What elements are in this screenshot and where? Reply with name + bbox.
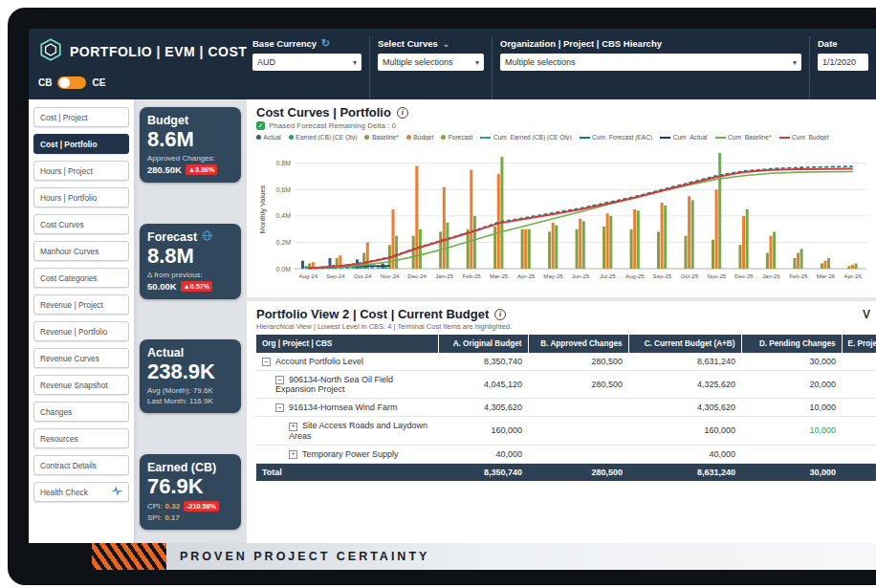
legend-item[interactable]: Budget bbox=[406, 134, 433, 141]
expand-icon[interactable]: + bbox=[289, 450, 297, 459]
info-icon[interactable]: i bbox=[494, 309, 506, 320]
col-pending-changes[interactable]: D. Pending Changes bbox=[741, 335, 842, 353]
sidebar-item-label: Revenue Snapshot bbox=[40, 381, 108, 390]
table-row[interactable]: −906134-North Sea Oil Field Expansion Pr… bbox=[256, 371, 876, 399]
hierarchy-dropdown[interactable]: Multiple selections ▾ bbox=[500, 54, 801, 71]
legend-item[interactable]: Cum_Baseline* bbox=[715, 134, 772, 141]
cell-d: 10,000 bbox=[741, 417, 842, 445]
app-title: PORTFOLIO | EVM | COST bbox=[70, 44, 247, 59]
date-input[interactable]: 1/1/2020 bbox=[818, 54, 868, 71]
legend-item[interactable]: Baseline* bbox=[364, 134, 398, 141]
legend-label: Baseline* bbox=[372, 134, 399, 141]
legend-item[interactable]: Cum_Earned (CB) (CE Qty) bbox=[480, 134, 571, 141]
sidebar-item-label: Revenue | Portfolio bbox=[40, 327, 107, 337]
sidebar-item-contract-details[interactable]: Contract Details bbox=[33, 455, 129, 475]
sync-icon[interactable]: ↻ bbox=[321, 38, 330, 49]
table-row[interactable]: +Temporary Power Supply40,00040,000 bbox=[256, 445, 876, 463]
legend-item[interactable]: Cum_Actual bbox=[660, 134, 707, 141]
table-title: Portfolio View 2 | Cost | Current Budget bbox=[256, 307, 489, 321]
cell-c: 4,325,620 bbox=[628, 371, 741, 399]
window-frame: PORTFOLIO | EVM | COST CB CE Base Curren… bbox=[8, 8, 876, 585]
portfolio-table-section: Portfolio View 2 | Cost | Current Budget… bbox=[247, 301, 876, 543]
base-currency-dropdown[interactable]: AUD ▾ bbox=[252, 54, 361, 71]
collapse-icon[interactable]: − bbox=[275, 376, 284, 384]
sidebar-item-label: Cost Curves bbox=[40, 220, 84, 229]
sidebar-item-revenue-project[interactable]: Revenue | Project bbox=[33, 294, 129, 315]
legend-item[interactable]: Forecast bbox=[441, 134, 472, 141]
kpi-forecast-sub-label: Δ from previous: bbox=[147, 271, 233, 279]
cell-a: 8,350,740 bbox=[438, 353, 528, 371]
svg-text:May-25: May-25 bbox=[543, 272, 563, 279]
svg-text:Dec-25: Dec-25 bbox=[734, 272, 754, 279]
spi-value: 0.17 bbox=[164, 513, 180, 522]
select-curves-dropdown[interactable]: Multiple selections ▾ bbox=[378, 54, 484, 71]
delta-badge: ▲3.36% bbox=[186, 164, 218, 175]
sidebar-item-hours-portfolio[interactable]: Hours | Portfolio bbox=[33, 187, 129, 207]
collapse-icon[interactable]: − bbox=[262, 358, 271, 366]
checkbox-icon[interactable]: ✓ bbox=[256, 121, 265, 130]
legend-label: Budget bbox=[413, 134, 433, 141]
table-row[interactable]: −Account Portfolio Level8,350,740280,500… bbox=[256, 353, 876, 371]
sidebar-item-manhour-curves[interactable]: Manhour Curves bbox=[33, 241, 129, 261]
cell-e bbox=[842, 399, 876, 417]
toggle-label-cb: CB bbox=[38, 77, 52, 88]
checkbox-label: Phased Forecast Remaining Delta : 0 bbox=[269, 121, 396, 130]
sidebar-item-label: Resources bbox=[40, 434, 78, 444]
svg-text:Jan-25: Jan-25 bbox=[435, 272, 453, 279]
col-truncated[interactable]: E. Projec bbox=[842, 335, 876, 353]
sidebar-item-revenue-curves[interactable]: Revenue Curves bbox=[33, 348, 129, 368]
info-icon[interactable]: i bbox=[397, 107, 408, 119]
chevron-down-icon[interactable]: ⌄ bbox=[443, 39, 450, 49]
cost-curves-chart[interactable]: 0.0M0.2M0.4M0.6M0.8MAug-24Sep-24Oct-24No… bbox=[256, 142, 872, 295]
svg-text:Apr-25: Apr-25 bbox=[517, 272, 536, 279]
sidebar-item-health-check[interactable]: Health Check bbox=[33, 482, 129, 502]
svg-text:0.6M: 0.6M bbox=[275, 186, 291, 193]
cell-d: 30,000 bbox=[741, 353, 842, 371]
sidebar-item-label: Hours | Project bbox=[40, 166, 93, 176]
cb-ce-toggle[interactable] bbox=[57, 76, 86, 89]
col-original-budget[interactable]: A. Original Budget bbox=[438, 335, 528, 353]
table-row[interactable]: +Site Access Roads and Laydown Areas160,… bbox=[256, 417, 876, 445]
legend-item[interactable]: Cum_Forecast (EAC) bbox=[580, 134, 653, 141]
col-org-project-cbs[interactable]: Org | Project | CBS bbox=[256, 335, 438, 353]
footer-tagline: PROVEN PROJECT CERTAINTY bbox=[180, 550, 429, 563]
legend-item[interactable]: Cum_Budget bbox=[779, 134, 829, 141]
sidebar-item-cost-categories[interactable]: Cost Categories bbox=[33, 268, 129, 288]
sidebar-item-hours-project[interactable]: Hours | Project bbox=[33, 161, 129, 181]
svg-text:0.0M: 0.0M bbox=[275, 266, 291, 272]
sidebar-item-cost-curves[interactable]: Cost Curves bbox=[33, 214, 129, 234]
total-row[interactable]: Total 8,350,740 280,500 8,631,240 30,000 bbox=[256, 463, 876, 481]
svg-text:Mar-25: Mar-25 bbox=[490, 272, 509, 279]
kpi-earned-value: 76.9K bbox=[147, 474, 233, 499]
legend-line-swatch bbox=[580, 137, 590, 139]
sidebar-item-cost-project[interactable]: Cost | Project bbox=[33, 107, 129, 127]
sidebar-item-cost-portfolio[interactable]: Cost | Portfolio bbox=[33, 134, 129, 154]
col-current-budget[interactable]: C. Current Budget (A+B) bbox=[628, 335, 741, 353]
legend-line-swatch bbox=[660, 137, 670, 139]
legend-line-swatch bbox=[480, 137, 491, 139]
table-subtitle: Hierarchical View | Lowest Level in CBS:… bbox=[256, 322, 876, 331]
svg-text:0.2M: 0.2M bbox=[275, 239, 291, 246]
legend-item[interactable]: Actual bbox=[256, 134, 281, 141]
total-a: 8,350,740 bbox=[438, 463, 528, 481]
row-label: Temporary Power Supply bbox=[302, 449, 399, 459]
cell-c: 40,000 bbox=[628, 445, 741, 463]
expand-icon[interactable]: + bbox=[289, 423, 297, 431]
kpi-budget: Budget 8.6M Approved Changes: 280.50K ▲3… bbox=[140, 107, 241, 183]
sidebar-item-label: Cost | Portfolio bbox=[40, 140, 97, 149]
sidebar-item-revenue-snapshot[interactable]: Revenue Snapshot bbox=[33, 375, 129, 395]
sidebar-item-revenue-portfolio[interactable]: Revenue | Portfolio bbox=[33, 321, 129, 341]
pulse-icon bbox=[112, 487, 122, 497]
sidebar-item-resources[interactable]: Resources bbox=[33, 428, 129, 448]
sidebar-item-changes[interactable]: Changes bbox=[33, 402, 129, 422]
collapse-icon[interactable]: − bbox=[275, 403, 284, 412]
table-row[interactable]: −916134-Hornsea Wind Farm4,305,6204,305,… bbox=[256, 399, 876, 417]
cpi-label: CPI: bbox=[147, 502, 163, 511]
row-label: Site Access Roads and Laydown Areas bbox=[289, 421, 427, 440]
svg-text:Oct-25: Oct-25 bbox=[681, 272, 699, 279]
kpi-actual: Actual 238.9K Avg (Month): 79.6K Last Mo… bbox=[140, 339, 241, 413]
svg-text:Sep-25: Sep-25 bbox=[653, 272, 672, 279]
kpi-budget-sub-value: 280.50K bbox=[147, 164, 182, 175]
col-approved-changes[interactable]: B. Approved Changes bbox=[528, 335, 628, 353]
legend-item[interactable]: Earned (CB) (CE Qty) bbox=[289, 134, 358, 141]
